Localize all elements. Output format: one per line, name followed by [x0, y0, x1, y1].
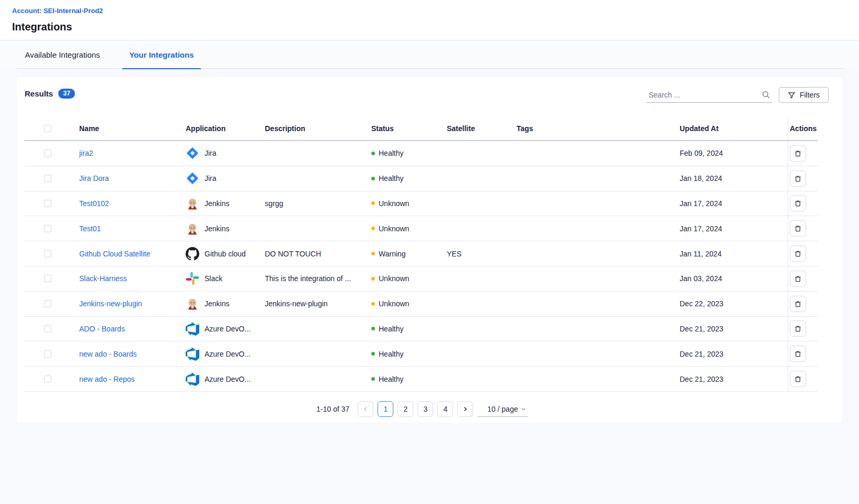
search-input[interactable]: Search ... [647, 87, 772, 103]
tab-available-integrations[interactable]: Available Integrations [17, 41, 108, 69]
status-cell: Healthy [364, 325, 439, 333]
row-checkbox[interactable] [44, 325, 51, 333]
integration-name-link[interactable]: ADO - Boards [79, 325, 125, 333]
row-checkbox[interactable] [44, 300, 51, 307]
delete-button[interactable] [790, 320, 806, 337]
page-size-select[interactable]: 10 / page [477, 401, 528, 417]
table-header-row: Name Application Description Status Sate… [24, 116, 818, 141]
results-summary: Results 37 [25, 89, 75, 99]
azure-devops-icon [186, 372, 199, 386]
application-label: Azure DevO... [205, 350, 251, 358]
pagination-prev-button[interactable] [358, 401, 373, 417]
pagination-page-4[interactable]: 4 [437, 401, 453, 417]
integration-name-link[interactable]: Slack-Harness [79, 274, 127, 283]
description-cell: Jenkins-new-plugin [258, 299, 364, 308]
integration-name-link[interactable]: Test01 [79, 224, 101, 233]
table-row: Jenkins-new-plugin Jenkins Jenkins-new-p… [24, 292, 818, 317]
updated-at-cell: Jan 11, 2024 [677, 250, 782, 258]
delete-button[interactable] [790, 296, 806, 312]
github-icon [186, 247, 199, 261]
azure-devops-icon [186, 322, 199, 336]
slack-icon [186, 272, 199, 285]
description-cell: This is the integration of ... [258, 274, 364, 283]
status-dot [371, 252, 375, 255]
application-label: Slack [205, 274, 222, 283]
jenkins-icon [186, 197, 199, 210]
integration-name-link[interactable]: Jira Dora [79, 174, 109, 183]
status-dot [371, 152, 375, 155]
column-header-tags: Tags [509, 124, 677, 133]
column-header-actions: Actions [782, 124, 818, 133]
status-dot [371, 277, 375, 281]
integrations-panel: Results 37 Search ... Filters Name Appli… [17, 77, 842, 423]
table-row: Test01 Jenkins Unknown Jan 17, 2024 [24, 216, 818, 241]
table-row: new ado - Repos Azure DevO... Healthy De… [24, 367, 818, 392]
jenkins-icon [186, 297, 199, 310]
table-row: Test0102 Jenkins sgrgg Unknown Jan 17, 2… [24, 191, 818, 217]
delete-button[interactable] [790, 371, 806, 387]
row-checkbox[interactable] [44, 200, 51, 207]
chevron-down-icon [521, 406, 526, 412]
active-tab-underline [122, 68, 201, 69]
filter-funnel-icon [788, 91, 796, 99]
integration-name-link[interactable]: Github Cloud Satellite [79, 250, 150, 258]
application-label: Jenkins [205, 199, 229, 208]
status-dot [371, 352, 375, 356]
delete-button[interactable] [790, 271, 806, 287]
application-label: Github cloud [205, 250, 246, 258]
pagination-page-2[interactable]: 2 [398, 401, 413, 417]
updated-at-cell: Dec 21, 2023 [677, 325, 782, 333]
pagination-page-3[interactable]: 3 [417, 401, 433, 417]
integration-name-link[interactable]: new ado - Repos [79, 375, 135, 383]
status-dot [371, 201, 375, 205]
table-row: Github Cloud Satellite Github cloud DO N… [24, 241, 818, 266]
integration-name-link[interactable]: Test0102 [79, 199, 109, 208]
row-checkbox[interactable] [44, 149, 51, 157]
updated-at-cell: Dec 21, 2023 [677, 350, 782, 358]
delete-button[interactable] [790, 220, 806, 237]
delete-button[interactable] [790, 346, 806, 362]
status-cell: Healthy [364, 350, 439, 358]
updated-at-cell: Dec 22, 2023 [677, 299, 782, 308]
pagination-page-1[interactable]: 1 [378, 401, 393, 417]
status-dot [371, 377, 375, 381]
row-checkbox[interactable] [44, 250, 51, 258]
column-header-application: Application [179, 124, 258, 133]
column-header-name: Name [71, 124, 179, 133]
table-row: Jira Dora Jira Healthy Jan 18, 2024 [24, 166, 818, 191]
table-row: ADO - Boards Azure DevO... Healthy Dec 2… [24, 317, 818, 342]
select-all-checkbox[interactable] [44, 125, 51, 132]
updated-at-cell: Feb 09, 2024 [677, 149, 782, 157]
table-row: Slack-Harness Slack This is the integrat… [24, 266, 818, 292]
tab-your-integrations[interactable]: Your Integrations [122, 41, 201, 69]
description-cell: DO NOT TOUCH [258, 250, 364, 258]
row-checkbox[interactable] [44, 175, 51, 182]
status-cell: Unknown [364, 199, 439, 208]
integration-name-link[interactable]: Jenkins-new-plugin [79, 299, 142, 308]
filters-button[interactable]: Filters [779, 87, 829, 103]
integration-name-link[interactable]: new ado - Boards [79, 350, 137, 358]
delete-button[interactable] [790, 195, 806, 211]
row-checkbox[interactable] [44, 275, 51, 282]
row-checkbox[interactable] [44, 225, 51, 232]
status-dot [371, 227, 375, 230]
delete-button[interactable] [790, 245, 806, 262]
results-count-badge: 37 [58, 89, 75, 99]
application-label: Azure DevO... [205, 375, 251, 383]
tab-bar: Available Integrations Your Integrations [0, 41, 859, 69]
page-title: Integrations [12, 21, 72, 33]
status-cell: Healthy [364, 149, 439, 157]
delete-button[interactable] [790, 170, 806, 187]
application-label: Jenkins [205, 299, 229, 308]
table-row: new ado - Boards Azure DevO... Healthy D… [24, 341, 818, 367]
pagination-next-button[interactable] [457, 401, 473, 417]
delete-button[interactable] [790, 145, 806, 162]
status-dot [371, 327, 375, 330]
row-checkbox[interactable] [44, 350, 51, 358]
jira-icon [186, 146, 199, 160]
status-dot [371, 302, 375, 306]
row-checkbox[interactable] [44, 376, 51, 383]
account-link[interactable]: Account: SEI-Internal-Prod2 [12, 7, 103, 15]
integration-name-link[interactable]: jira2 [79, 149, 93, 157]
description-cell: sgrgg [258, 199, 364, 208]
